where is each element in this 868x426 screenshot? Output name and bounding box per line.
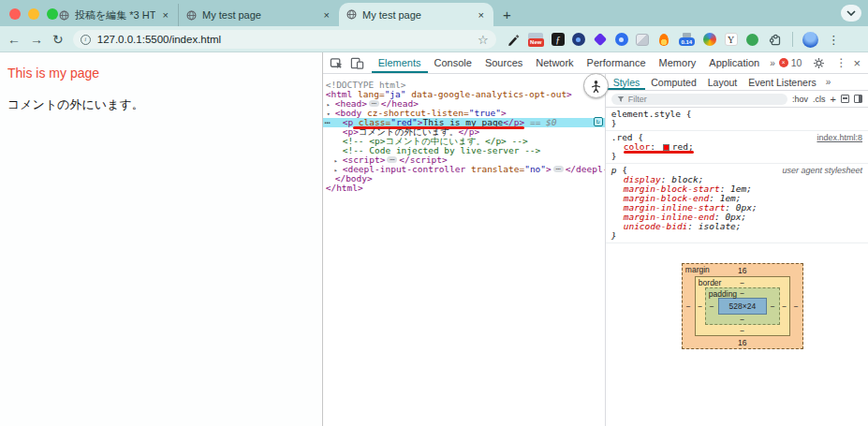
toggle-element-state-button[interactable]: :hov xyxy=(792,95,808,104)
back-button[interactable]: ← xyxy=(7,33,21,46)
padding-bottom-value[interactable]: − xyxy=(718,315,767,324)
tab-strip-tabs: 投稿を編集 *3 HTMLファイルを×My test page×My test … xyxy=(51,0,493,26)
sidebar-tab-styles[interactable]: Styles xyxy=(608,74,646,90)
inspect-element-icon[interactable] xyxy=(329,55,346,70)
devtools-tab-elements[interactable]: Elements xyxy=(372,52,428,73)
tab-strip: 投稿を編集 *3 HTMLファイルを×My test page×My test … xyxy=(0,0,868,26)
border-left-value[interactable]: − xyxy=(696,301,705,311)
sidebar-tab-computed[interactable]: Computed xyxy=(645,74,701,90)
reload-button[interactable]: ↻ xyxy=(52,33,64,46)
pen-extension-icon[interactable] xyxy=(506,32,521,47)
sidebar-more-tabs-button[interactable]: » xyxy=(822,77,835,87)
toggle-sidebar-icon[interactable] xyxy=(854,95,862,103)
bookmark-star-icon[interactable]: ☆ xyxy=(478,34,489,46)
rendering-emulation-icon[interactable] xyxy=(841,95,849,103)
padding-left-value[interactable]: − xyxy=(706,301,718,311)
style-rule-section: index.html:8.red {color: red;} xyxy=(606,131,868,164)
browser-tab[interactable]: My test page× xyxy=(339,3,493,26)
minimize-window-button[interactable] xyxy=(28,8,39,20)
devtools-tab-performance[interactable]: Performance xyxy=(581,52,653,73)
address-bar[interactable]: i 127.0.0.1:5500/index.html ☆ xyxy=(73,30,496,49)
counter-badge-extension-icon[interactable]: 0.14 xyxy=(679,32,695,47)
new-tab-button[interactable]: + xyxy=(503,7,511,22)
devtools-tab-console[interactable]: Console xyxy=(428,52,478,73)
forward-button[interactable]: → xyxy=(30,33,43,46)
user-agent-stylesheet-label: user agent stylesheet xyxy=(782,166,862,175)
style-rule-section: user agent stylesheetp {display: block;m… xyxy=(606,164,868,243)
css-declaration[interactable]: color: red; xyxy=(611,142,862,152)
function-extension-icon[interactable]: ƒ xyxy=(552,33,565,46)
devtools-menu-button[interactable]: ⋮ xyxy=(835,57,846,68)
margin-left-value[interactable]: − xyxy=(683,301,695,311)
devtools-close-button[interactable]: × xyxy=(853,57,861,69)
color-swatch[interactable] xyxy=(663,144,669,151)
devtools-settings-icon[interactable] xyxy=(810,55,827,70)
site-info-icon[interactable]: i xyxy=(81,35,91,45)
flame-extension-icon[interactable] xyxy=(656,32,671,47)
dom-node-text: > xyxy=(566,89,572,99)
tab-close-icon[interactable]: × xyxy=(161,9,170,21)
funnel-icon xyxy=(617,95,625,103)
browser-menu-button[interactable]: ⋮ xyxy=(828,34,840,46)
more-tabs-button[interactable]: » xyxy=(766,58,779,68)
rule-selector-line[interactable]: element.style { xyxy=(611,110,862,119)
devtools-tab-application[interactable]: Application xyxy=(702,52,766,73)
box-model-margin: margin 16 − − 16 border − − − xyxy=(682,263,803,349)
rule-selector: p xyxy=(611,165,617,175)
box-model-content[interactable]: 528×24 xyxy=(718,298,767,315)
border-bottom-value[interactable]: − xyxy=(705,326,780,335)
tab-close-icon[interactable]: × xyxy=(322,9,331,21)
new-style-rule-button[interactable]: + xyxy=(831,94,836,105)
purple-diamond-extension-icon[interactable] xyxy=(593,32,608,47)
gray-extension-icon[interactable] xyxy=(636,34,649,46)
browser-tab[interactable]: 投稿を編集 *3 HTMLファイルを× xyxy=(51,4,178,26)
element-classes-button[interactable]: .cls xyxy=(813,95,826,104)
css-declaration[interactable]: unicode-bidi: isolate; xyxy=(611,222,862,231)
accessibility-overlay-button[interactable] xyxy=(583,73,609,98)
property-value: red xyxy=(672,141,688,152)
close-window-button[interactable] xyxy=(9,8,21,20)
elements-dom-tree: <!DOCTYPE html><html lang="ja" data-goog… xyxy=(323,74,606,426)
navy-circle-extension-icon[interactable] xyxy=(572,33,585,46)
margin-bottom-value[interactable]: 16 xyxy=(695,338,790,347)
extensions-puzzle-icon[interactable] xyxy=(768,32,783,47)
y-extension-icon[interactable]: Y xyxy=(725,33,738,46)
tab-search-button[interactable] xyxy=(841,5,861,22)
browser-tab[interactable]: My test page× xyxy=(178,4,339,26)
scroll-into-view-icon[interactable]: ↻ xyxy=(594,117,603,126)
dom-tree-row[interactable]: </html> xyxy=(323,184,605,193)
dom-tree-row[interactable]: </body> xyxy=(323,174,605,184)
collapsed-children-ellipsis[interactable]: ⋯ xyxy=(387,156,397,163)
tab-close-icon[interactable]: × xyxy=(477,9,486,21)
dom-node-text: </deepl-input-controller> xyxy=(566,164,606,174)
devtools-tab-sources[interactable]: Sources xyxy=(478,52,529,73)
content-area: This is my page コメントの外にいます。 ElementsCons… xyxy=(0,52,868,426)
stylesheet-link[interactable]: index.html:8 xyxy=(817,133,862,142)
margin-right-value[interactable]: − xyxy=(790,301,802,311)
new-badge-extension-icon[interactable]: New xyxy=(528,33,544,47)
green-dot-extension-icon[interactable] xyxy=(745,32,760,47)
globe-favicon xyxy=(59,10,69,21)
device-toolbar-icon[interactable] xyxy=(349,55,366,70)
toolbar-divider xyxy=(792,32,793,47)
person-icon xyxy=(589,79,603,94)
devtools-tab-memory[interactable]: Memory xyxy=(653,52,703,73)
styles-filter-input[interactable]: Filter xyxy=(611,94,787,105)
multicolor-extension-icon[interactable] xyxy=(702,32,717,47)
padding-right-value[interactable]: − xyxy=(767,301,779,311)
row-menu-dots-icon[interactable]: ⋯ xyxy=(325,118,331,127)
dom-node-text: "no" xyxy=(524,164,546,174)
devtools-tab-network[interactable]: Network xyxy=(529,52,580,73)
sidebar-tab-layout[interactable]: Layout xyxy=(702,74,743,90)
style-rules: element.style {}index.html:8.red {color:… xyxy=(606,108,868,243)
url-text[interactable]: 127.0.0.1:5500/index.html xyxy=(97,34,471,45)
console-error-badge[interactable]: × 10 xyxy=(779,57,802,68)
collapsed-children-ellipsis[interactable]: ⋯ xyxy=(553,166,564,172)
sidebar-tab-event-listeners[interactable]: Event Listeners xyxy=(743,74,821,90)
border-right-value[interactable]: − xyxy=(780,301,789,311)
dom-node-text: </p> xyxy=(503,117,524,127)
rule-close-brace: } xyxy=(611,231,862,241)
collapsed-children-ellipsis[interactable]: ⋯ xyxy=(369,100,379,107)
profile-avatar[interactable] xyxy=(802,32,818,48)
blue-circle-extension-icon[interactable] xyxy=(615,33,628,46)
